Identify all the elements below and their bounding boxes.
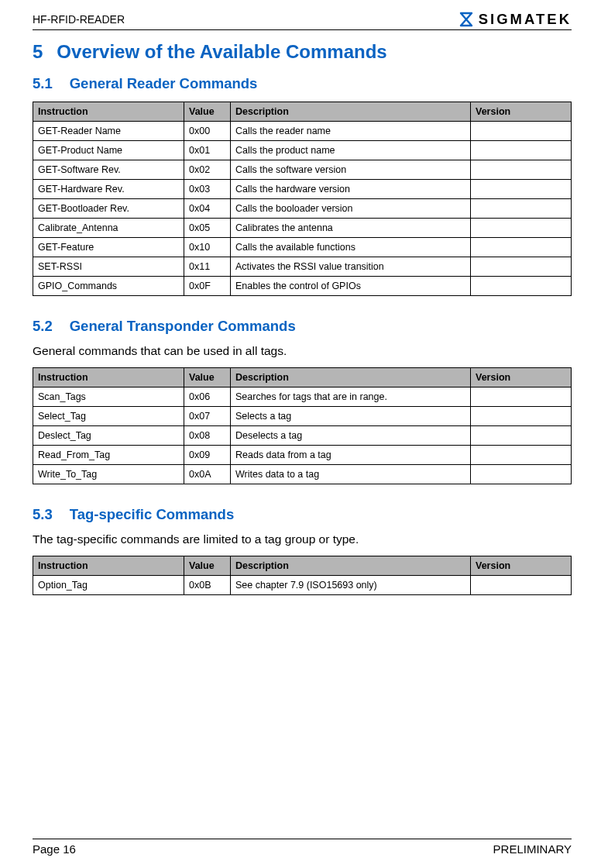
cell-instr: GPIO_Commands (33, 277, 184, 296)
sigma-icon (458, 12, 474, 27)
cell-desc: Calls the booloader version (231, 199, 471, 219)
subsection-5-1: 5.1General Reader Commands (33, 75, 572, 92)
table-header-row: Instruction Value Description Version (33, 556, 572, 576)
cell-instr: Select_Tag (33, 407, 184, 426)
table-row: Write_To_Tag0x0AWrites data to a tag (33, 465, 572, 484)
cell-instr: GET-Software Rev. (33, 160, 184, 180)
cell-instr: GET-Bootloader Rev. (33, 199, 184, 219)
cell-desc: See chapter 7.9 (ISO15693 only) (231, 576, 471, 595)
table-row: SET-RSSI0x11Activates the RSSI value tra… (33, 257, 572, 277)
table-header-row: Instruction Value Description Version (33, 102, 572, 122)
table-row: GET-Software Rev.0x02Calls the software … (33, 160, 572, 180)
subsection-5-3-num: 5.3 (33, 506, 53, 523)
table-row: Scan_Tags0x06Searches for tags that are … (33, 388, 572, 407)
cell-value: 0x0B (184, 576, 231, 595)
cell-instr: Write_To_Tag (33, 465, 184, 484)
cell-desc: Activates the RSSI value transition (231, 257, 471, 277)
cell-value: 0x10 (184, 238, 231, 257)
cell-ver (471, 277, 572, 296)
cell-ver (471, 426, 572, 446)
subsection-5-3-title: Tag-specific Commands (70, 506, 234, 522)
cell-ver (471, 141, 572, 160)
cell-value: 0x00 (184, 122, 231, 141)
brand-logo: SIGMATEK (458, 11, 572, 28)
cell-instr: GET-Product Name (33, 141, 184, 160)
col-value: Value (184, 368, 231, 388)
cell-ver (471, 219, 572, 238)
cell-ver (471, 199, 572, 219)
cell-desc: Calls the software version (231, 160, 471, 180)
footer-page-number: Page 16 (33, 842, 76, 856)
subsection-5-3: 5.3Tag-specific Commands (33, 506, 572, 523)
cell-instr: SET-RSSI (33, 257, 184, 277)
cell-value: 0x08 (184, 426, 231, 446)
cell-desc: Calls the hardware version (231, 180, 471, 199)
cell-instr: Deslect_Tag (33, 426, 184, 446)
header-doc-title: HF-RFID-READER (33, 13, 125, 26)
section-number: 5 (33, 41, 43, 63)
cell-desc: Enables the control of GPIOs (231, 277, 471, 296)
cell-value: 0x04 (184, 199, 231, 219)
table-row: Calibrate_Antenna0x05Calibrates the ante… (33, 219, 572, 238)
cell-value: 0x07 (184, 407, 231, 426)
subsection-5-3-intro: The tag-specific commands are limited to… (33, 532, 572, 546)
cell-desc: Deselects a tag (231, 426, 471, 446)
cell-ver (471, 388, 572, 407)
cell-ver (471, 122, 572, 141)
cell-value: 0x0A (184, 465, 231, 484)
cell-desc: Calls the product name (231, 141, 471, 160)
col-instruction: Instruction (33, 556, 184, 576)
cell-value: 0x06 (184, 388, 231, 407)
col-version: Version (471, 102, 572, 122)
cell-instr: GET-Feature (33, 238, 184, 257)
cell-instr: Calibrate_Antenna (33, 219, 184, 238)
cell-desc: Writes data to a tag (231, 465, 471, 484)
cell-value: 0x09 (184, 446, 231, 465)
cell-instr: Read_From_Tag (33, 446, 184, 465)
col-instruction: Instruction (33, 102, 184, 122)
cell-desc: Calls the reader name (231, 122, 471, 141)
col-value: Value (184, 102, 231, 122)
table-row: GET-Product Name0x01Calls the product na… (33, 141, 572, 160)
col-version: Version (471, 368, 572, 388)
cell-desc: Calibrates the antenna (231, 219, 471, 238)
cell-value: 0x02 (184, 160, 231, 180)
table-row: GET-Reader Name0x00Calls the reader name (33, 122, 572, 141)
table-row: Deslect_Tag0x08Deselects a tag (33, 426, 572, 446)
cell-value: 0x01 (184, 141, 231, 160)
table-row: GET-Hardware Rev.0x03Calls the hardware … (33, 180, 572, 199)
col-version: Version (471, 556, 572, 576)
col-instruction: Instruction (33, 368, 184, 388)
cell-ver (471, 465, 572, 484)
subsection-5-2-title: General Transponder Commands (70, 318, 296, 334)
reader-commands-table: Instruction Value Description Version GE… (33, 102, 572, 296)
table-header-row: Instruction Value Description Version (33, 368, 572, 388)
cell-instr: Scan_Tags (33, 388, 184, 407)
table-row: GET-Bootloader Rev.0x04Calls the booload… (33, 199, 572, 219)
cell-value: 0x05 (184, 219, 231, 238)
col-description: Description (231, 102, 471, 122)
subsection-5-1-num: 5.1 (33, 75, 53, 92)
cell-desc: Searches for tags that are in range. (231, 388, 471, 407)
footer-status: PRELIMINARY (493, 842, 572, 856)
subsection-5-2: 5.2General Transponder Commands (33, 318, 572, 335)
cell-desc: Selects a tag (231, 407, 471, 426)
cell-desc: Reads data from a tag (231, 446, 471, 465)
table-row: Option_Tag0x0BSee chapter 7.9 (ISO15693 … (33, 576, 572, 595)
cell-ver (471, 160, 572, 180)
table-row: GPIO_Commands0x0FEnables the control of … (33, 277, 572, 296)
subsection-5-2-intro: General commands that can be used in all… (33, 344, 572, 358)
cell-instr: GET-Reader Name (33, 122, 184, 141)
transponder-commands-table: Instruction Value Description Version Sc… (33, 367, 572, 484)
cell-ver (471, 446, 572, 465)
page-footer: Page 16 PRELIMINARY (33, 839, 572, 856)
tag-commands-table: Instruction Value Description Version Op… (33, 556, 572, 595)
table-row: GET-Feature0x10Calls the available funct… (33, 238, 572, 257)
table-row: Select_Tag0x07Selects a tag (33, 407, 572, 426)
cell-ver (471, 257, 572, 277)
col-description: Description (231, 368, 471, 388)
cell-ver (471, 576, 572, 595)
cell-instr: Option_Tag (33, 576, 184, 595)
section-title-text: Overview of the Available Commands (57, 41, 386, 62)
table-row: Read_From_Tag0x09Reads data from a tag (33, 446, 572, 465)
